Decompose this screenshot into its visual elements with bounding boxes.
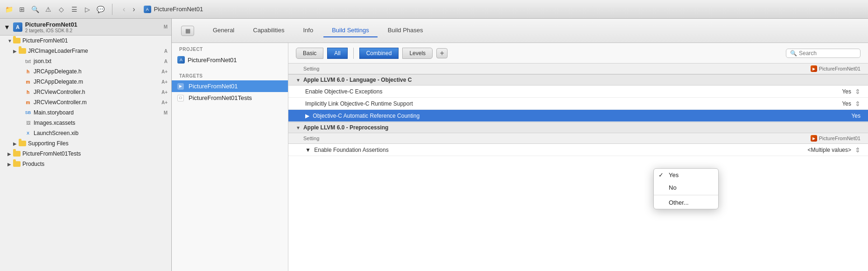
folder-icon[interactable]: 📁 [5,5,13,14]
target-list-item-main[interactable]: ▶ PictureFromNet01 [172,80,288,92]
nav-badge: A [164,59,168,64]
dropdown-label: Other... [669,199,689,206]
dropdown-item-yes[interactable]: Yes [654,169,718,181]
list-icon[interactable]: ☰ [70,5,78,14]
folder-icon-jrc [19,48,26,54]
tag-icon[interactable]: ▷ [83,5,91,14]
nav-badge: A [164,49,168,54]
storyboard-file-icon: SB [24,109,32,116]
toolbar-icons: 📁 ⊞ 🔍 ⚠ ◇ ☰ ▷ 💬 [5,5,105,14]
txt-file-icon: txt [24,57,32,65]
stepper-icon[interactable]: ⇕ [855,88,861,95]
setting-value: <Multiple values> ⇕ [808,146,861,154]
project-section-label: PROJECT [172,43,288,54]
nav-item-jrcviewcontroller-h[interactable]: h JRCViewController.h A+ [0,87,171,97]
col-target-label: PictureFromNet01 [819,66,861,71]
folder-icon-main [13,38,21,43]
build-toolbar: Basic All Combined Levels + 🔍 [288,43,868,64]
setting-value: Yes [851,113,861,119]
basic-button[interactable]: Basic [296,48,323,59]
add-setting-button[interactable]: + [436,48,448,58]
project-header-subtitle: 2 targets, iOS SDK 8.2 [25,28,77,33]
plus-icon: + [440,49,444,57]
tab-capabilities[interactable]: Capabilities [245,24,293,37]
nav-label: JRCViewController.m [34,99,87,106]
diamond-icon[interactable]: ◇ [57,5,65,14]
nav-item-supporting-files[interactable]: ▶ Supporting Files [0,138,171,149]
xcassets-file-icon: 🖼 [24,119,32,127]
section-header-preprocessing[interactable]: ▼ Apple LLVM 6.0 - Preprocessing [288,122,868,133]
nav-label: Main.storyboard [34,109,74,116]
project-list-item-project[interactable]: A PictureFromNet01 [172,54,288,66]
nav-label: Supporting Files [28,140,69,147]
nav-item-jrcimageloaderframe[interactable]: ▶ JRCImageLoaderFrame A [0,46,171,56]
setting-value: Yes ⇕ [842,88,861,95]
m2-file-icon: m [24,99,32,106]
nav-item-json[interactable]: txt json.txt A [0,56,171,66]
nav-item-picturefromnet01-folder[interactable]: ▼ PictureFromNet01 [0,36,171,46]
nav-item-jrcappdelegate-m[interactable]: m JRCAppDelegate.m A+ [0,77,171,87]
levels-button[interactable]: Levels [402,48,433,59]
nav-item-jrcappdelegate-h[interactable]: h JRCAppDelegate.h A+ [0,66,171,77]
nav-item-tests-folder[interactable]: ▶ PictureFromNet01Tests [0,149,171,159]
row-arrow: ▶ [305,113,309,119]
hierarchy-icon[interactable]: ⊞ [18,5,26,14]
combined-button[interactable]: Combined [359,48,399,59]
folder-icon-tests [13,151,21,157]
inspector-icon: ▦ [185,28,190,34]
message-icon[interactable]: 💬 [96,5,105,14]
dropdown-item-no[interactable]: No [654,181,718,194]
forward-button[interactable]: › [130,4,138,14]
tab-build-phases[interactable]: Build Phases [379,24,432,37]
inspector-toggle[interactable]: ▦ [181,26,194,36]
h-file-icon: h [24,68,32,75]
project-header[interactable]: ▼ A PictureFromNet01 2 targets, iOS SDK … [0,19,171,36]
foundation-label: Enable Foundation Assertions [314,147,388,153]
nav-item-images-xcassets[interactable]: 🖼 Images.xcassets [0,118,171,128]
xib-file-icon: X [24,129,32,137]
dropdown-popup: Yes No Other... [653,168,719,209]
stepper-icon[interactable]: ⇕ [855,100,861,107]
tab-general[interactable]: General [204,24,243,37]
nav-arrow: ▶ [13,49,19,54]
col-header-target-2: ▶ PictureFromNet01 [811,135,861,142]
toolbar-divider-1 [112,4,112,15]
nav-item-products-folder[interactable]: ▶ Products [0,159,171,169]
settings-row-objc-exceptions[interactable]: Enable Objective-C Exceptions Yes ⇕ [288,86,868,98]
arc-label: Objective-C Automatic Reference Counting [313,113,420,119]
settings-row-objc-runtime[interactable]: Implicitly Link Objective-C Runtime Supp… [288,98,868,110]
target-label-tests: PictureFromNet01Tests [189,94,252,101]
section-header-language[interactable]: ▼ Apple LLVM 6.0 - Language - Objective … [288,74,868,86]
setting-name: ▶ Objective-C Automatic Reference Counti… [296,113,851,119]
nav-label: LaunchScreen.xib [34,130,78,136]
dropdown-item-other[interactable]: Other... [654,196,718,209]
settings-area: Basic All Combined Levels + 🔍 [288,43,868,271]
search-input[interactable] [799,50,856,57]
col-header-setting-2: Setting [296,136,811,141]
nav-item-main-storyboard[interactable]: SB Main.storyboard M [0,107,171,118]
warning-icon[interactable]: ⚠ [44,5,52,14]
setting-name: ▼ Enable Foundation Assertions [296,147,808,153]
stepper-icon[interactable]: ⇕ [855,146,861,154]
all-button[interactable]: All [327,48,347,59]
target-list-item-tests[interactable]: □ PictureFromNet01Tests [172,92,288,104]
tab-build-settings[interactable]: Build Settings [323,24,378,37]
search-toolbar-icon[interactable]: 🔍 [31,5,39,14]
nav-item-launchscreen-xib[interactable]: X LaunchScreen.xib [0,128,171,138]
project-list: PROJECT A PictureFromNet01 TARGETS ▶ Pic… [172,43,288,271]
settings-row-foundation-assertions[interactable]: ▼ Enable Foundation Assertions <Multiple… [288,144,868,156]
main-toolbar: 📁 ⊞ 🔍 ⚠ ◇ ☰ ▷ 💬 ‹ › A PictureFromNet01 [0,0,868,19]
nav-label: PictureFromNet01 [22,37,68,44]
section-arrow: ▼ [296,125,301,130]
nav-badge: A+ [161,69,168,74]
settings-row-arc[interactable]: ▶ Objective-C Automatic Reference Counti… [288,110,868,122]
nav-item-jrcviewcontroller-m[interactable]: m JRCViewController.m A+ [0,97,171,107]
tab-info[interactable]: Info [294,24,322,37]
setting-name: Implicitly Link Objective-C Runtime Supp… [296,100,842,107]
nav-label: JRCViewController.h [34,89,85,95]
settings-table: Setting ▶ PictureFromNet01 ▼ Apple LLVM … [288,64,868,271]
col-target-icon-2: ▶ [811,135,817,142]
search-box[interactable]: 🔍 [786,49,861,58]
back-button[interactable]: ‹ [120,4,128,14]
m-file-icon: m [24,78,32,86]
